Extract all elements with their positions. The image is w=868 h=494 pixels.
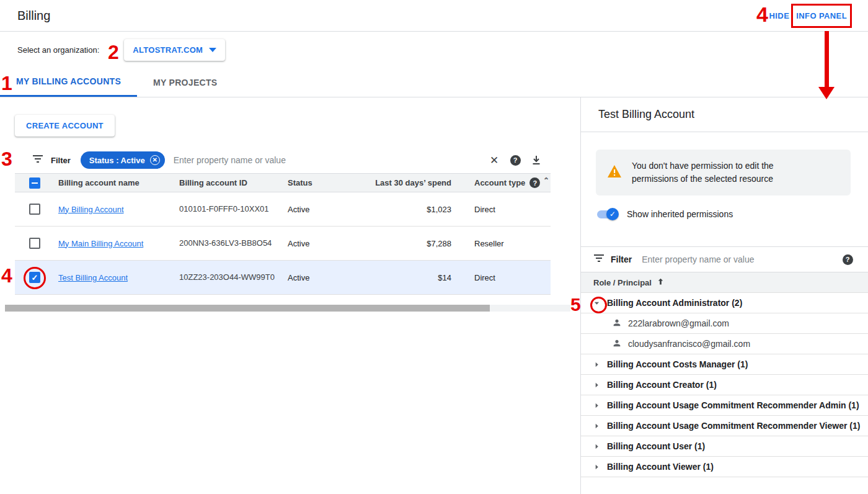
person-icon	[612, 318, 622, 330]
tab-my-projects[interactable]: MY PROJECTS	[137, 68, 233, 97]
account-status: Active	[288, 205, 356, 214]
table-row-selected[interactable]: ✓ Test Billing Account 10ZZ23-203O44-WW9…	[15, 261, 551, 295]
chevron-right-icon[interactable]	[593, 464, 607, 470]
chevron-down-icon[interactable]	[593, 300, 607, 307]
role-row[interactable]: Billing Account Viewer (1)	[581, 457, 868, 477]
panel-filter-input[interactable]	[642, 254, 837, 264]
role-row[interactable]: Billing Account Costs Manager (1)	[581, 354, 868, 375]
toggle-thumb: ✓	[606, 208, 619, 220]
col-header-name[interactable]: Billing account name	[58, 178, 179, 187]
sort-asc-icon	[657, 277, 665, 287]
warning-icon	[607, 164, 622, 181]
inherited-permissions-row: ✓ Show inherited permissions	[597, 209, 868, 219]
role-name: Billing Account Creator (1)	[607, 380, 717, 390]
top-header: Billing HIDE INFO PANEL	[0, 0, 868, 32]
chevron-right-icon[interactable]	[593, 443, 607, 450]
account-link[interactable]: My Main Billing Account	[58, 239, 143, 248]
annotation-arrow-shaft	[825, 31, 829, 88]
col-header-id[interactable]: Billing account ID	[179, 177, 288, 189]
member-email: 222larabrown@gmail.com	[628, 318, 729, 328]
account-type: Direct	[458, 205, 551, 214]
role-row-administrator[interactable]: Billing Account Administrator (2)	[581, 293, 868, 313]
scrollbar-thumb[interactable]	[5, 305, 490, 312]
table-row[interactable]: My Billing Account 010101-F0FFF0-10XX01 …	[15, 192, 551, 227]
table-row[interactable]: My Main Billing Account 200NN3-636LV3-BB…	[15, 227, 551, 261]
horizontal-scrollbar[interactable]	[5, 305, 570, 312]
filter-icon	[32, 155, 43, 166]
panel-filter-bar: Filter ?	[581, 246, 868, 272]
chip-label: Status : Active	[89, 156, 145, 165]
member-email: cloudysanfrancisco@gmail.com	[628, 339, 750, 349]
help-icon[interactable]: ?	[837, 249, 858, 270]
role-row[interactable]: Billing Account User (1)	[581, 436, 868, 457]
tab-bar: MY BILLING ACCOUNTS MY PROJECTS	[0, 68, 868, 97]
help-icon[interactable]: ?	[505, 150, 526, 171]
account-spend: $7,288	[356, 239, 458, 248]
role-row[interactable]: Billing Account Usage Commitment Recomme…	[581, 395, 868, 416]
role-name: Billing Account Viewer (1)	[607, 462, 714, 472]
accounts-filter-bar: Filter Status : Active ✕ ✕ ?	[15, 147, 551, 174]
role-row[interactable]: Billing Account Usage Commitment Recomme…	[581, 416, 868, 436]
account-id: 10ZZ23-203O44-WW99T0	[179, 271, 288, 284]
main-area: CREATE ACCOUNT Filter Status : Active ✕ …	[0, 97, 868, 494]
filter-label: Filter	[611, 254, 632, 264]
member-row[interactable]: 222larabrown@gmail.com	[581, 313, 868, 334]
filter-label: Filter	[51, 156, 71, 165]
page-title: Billing	[17, 9, 50, 23]
chevron-right-icon[interactable]	[593, 402, 607, 409]
account-link[interactable]: Test Billing Account	[58, 273, 128, 282]
chevron-right-icon[interactable]	[593, 361, 607, 368]
sort-caret-icon[interactable]: ⌃	[543, 176, 549, 185]
org-selector-row: Select an organization: ALTOSTRAT.COM	[0, 32, 868, 68]
role-name: Billing Account Usage Commitment Recomme…	[607, 400, 859, 410]
row-checkbox[interactable]	[29, 238, 40, 249]
create-account-button[interactable]: CREATE ACCOUNT	[15, 115, 115, 137]
status-active-chip[interactable]: Status : Active ✕	[81, 151, 165, 169]
annotation-arrow-head	[818, 87, 835, 99]
select-all-checkbox[interactable]	[29, 177, 40, 189]
table-header-row: Billing account name Billing account ID …	[15, 174, 551, 192]
role-row[interactable]: Billing Account Creator (1)	[581, 375, 868, 395]
org-dropdown-value: ALTOSTRAT.COM	[133, 45, 203, 55]
billing-page: Billing HIDE INFO PANEL Select an organi…	[0, 0, 868, 494]
show-inherited-toggle[interactable]: ✓	[597, 210, 617, 218]
billing-accounts-table: Billing account name Billing account ID …	[15, 174, 551, 295]
col-header-type[interactable]: Account type ?	[458, 177, 551, 188]
account-link[interactable]: My Billing Account	[58, 205, 124, 214]
row-checkbox-checked[interactable]: ✓	[29, 272, 40, 283]
row-checkbox[interactable]	[29, 204, 40, 215]
account-type-help-icon[interactable]: ?	[529, 177, 540, 188]
person-icon	[612, 338, 622, 350]
download-icon[interactable]	[526, 150, 547, 171]
col-header-spend[interactable]: Last 30 days’ spend	[356, 178, 458, 187]
account-status: Active	[288, 239, 356, 248]
chevron-right-icon[interactable]	[593, 382, 607, 388]
clear-filter-icon[interactable]: ✕	[484, 150, 505, 171]
toggle-label: Show inherited permissions	[627, 209, 733, 219]
info-panel-title: Test Billing Account	[581, 97, 868, 132]
org-selector-label: Select an organization:	[17, 45, 99, 55]
tab-my-billing-accounts[interactable]: MY BILLING ACCOUNTS	[0, 68, 137, 97]
account-type: Direct	[458, 273, 551, 282]
account-spend: $1,023	[356, 205, 458, 214]
chevron-down-icon	[209, 48, 216, 52]
info-panel: Test Billing Account You don't have perm…	[580, 97, 868, 494]
warning-text: You don't have permission to edit the pe…	[632, 159, 818, 186]
hide-label: HIDE	[769, 11, 790, 20]
role-name: Billing Account Administrator (2)	[607, 298, 742, 308]
hide-info-panel-button[interactable]: HIDE INFO PANEL	[769, 4, 852, 28]
role-principal-header[interactable]: Role / Principal	[581, 272, 868, 293]
chevron-right-icon[interactable]	[593, 423, 607, 429]
info-panel-label: INFO PANEL	[791, 4, 852, 28]
account-type: Reseller	[458, 239, 551, 248]
org-dropdown[interactable]: ALTOSTRAT.COM	[124, 39, 225, 61]
role-name: Billing Account Usage Commitment Recomme…	[607, 421, 860, 431]
accounts-content: CREATE ACCOUNT Filter Status : Active ✕ …	[0, 97, 580, 494]
account-id: 200NN3-636LV3-BB8O54	[179, 237, 288, 249]
member-row[interactable]: cloudysanfrancisco@gmail.com	[581, 334, 868, 354]
account-id: 010101-F0FFF0-10XX01	[179, 203, 288, 215]
col-header-status[interactable]: Status	[288, 178, 356, 187]
filter-input[interactable]	[174, 155, 484, 165]
role-name: Billing Account Costs Manager (1)	[607, 359, 748, 369]
chip-remove-icon[interactable]: ✕	[150, 155, 160, 165]
